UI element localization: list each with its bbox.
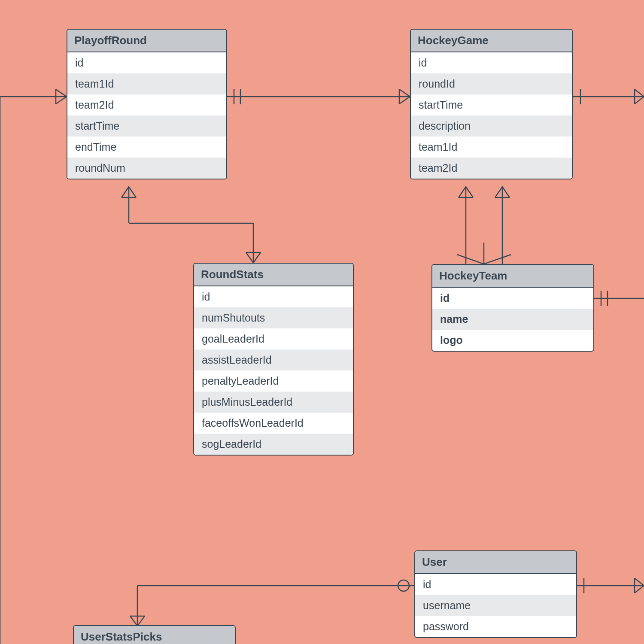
field: id	[415, 574, 576, 595]
field: name	[432, 309, 593, 330]
field: roundNum	[67, 158, 226, 179]
field: goalLeaderId	[194, 328, 353, 349]
field: id	[67, 52, 226, 73]
field: id	[432, 288, 593, 309]
entity-hockey-team[interactable]: HockeyTeam id name logo	[431, 264, 594, 352]
field: numShutouts	[194, 307, 353, 328]
field: endTime	[67, 137, 226, 158]
entity-user[interactable]: User id username password	[414, 550, 577, 638]
entity-title: HockeyGame	[411, 30, 572, 52]
entity-user-stats-picks[interactable]: UserStatsPicks	[73, 625, 236, 644]
field: description	[411, 115, 572, 137]
entity-title: HockeyTeam	[432, 265, 593, 288]
field: id	[411, 52, 572, 73]
svg-point-25	[398, 580, 409, 591]
field: username	[415, 595, 576, 616]
entity-title: UserStatsPicks	[74, 626, 235, 644]
field: faceoffsWonLeaderId	[194, 413, 353, 434]
entity-hockey-game[interactable]: HockeyGame id roundId startTime descript…	[410, 29, 573, 179]
field: startTime	[411, 94, 572, 115]
entity-title: PlayoffRound	[67, 30, 226, 52]
er-diagram-canvas: PlayoffRound id team1Id team2Id startTim…	[0, 0, 644, 644]
field: assistLeaderId	[194, 349, 353, 371]
field: team1Id	[67, 73, 226, 94]
field: logo	[432, 330, 593, 351]
entity-round-stats[interactable]: RoundStats id numShutouts goalLeaderId a…	[193, 263, 354, 456]
field: team2Id	[411, 158, 572, 179]
field: password	[415, 616, 576, 637]
entity-title: RoundStats	[194, 264, 353, 286]
field: sogLeaderId	[194, 434, 353, 455]
field: id	[194, 286, 353, 307]
field: team1Id	[411, 137, 572, 158]
field: team2Id	[67, 94, 226, 115]
entity-playoff-round[interactable]: PlayoffRound id team1Id team2Id startTim…	[67, 29, 227, 179]
entity-title: User	[415, 551, 576, 574]
field: plusMinusLeaderId	[194, 392, 353, 413]
field: startTime	[67, 115, 226, 137]
field: roundId	[411, 73, 572, 94]
field: penaltyLeaderId	[194, 371, 353, 392]
